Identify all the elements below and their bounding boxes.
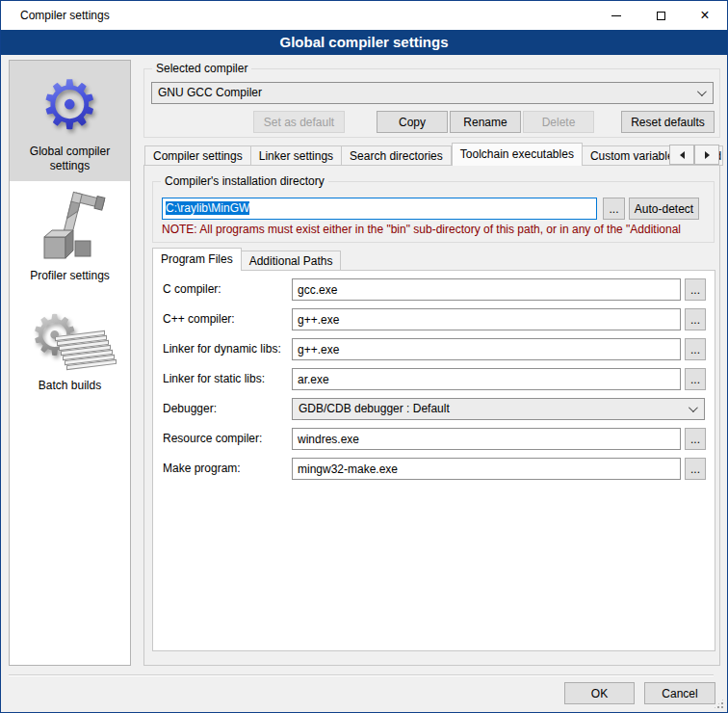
sidebar-item-label: Profiler settings	[12, 269, 128, 283]
window-controls: ×	[594, 1, 727, 30]
page-title: Global compiler settings	[1, 30, 727, 55]
compiler-select-value: GNU GCC Compiler	[158, 86, 262, 99]
caliper-icon	[12, 190, 128, 269]
tab-search-directories[interactable]: Search directories	[342, 145, 452, 166]
sidebar-item-batch-builds[interactable]: ⚙ Batch builds	[10, 295, 130, 401]
dynamic-linker-input[interactable]	[292, 338, 681, 360]
cancel-button[interactable]: Cancel	[644, 682, 715, 704]
tab-scroll-right-icon	[705, 151, 710, 159]
field-label: Linker for dynamic libs:	[163, 338, 281, 360]
reset-defaults-button[interactable]: Reset defaults	[621, 111, 715, 133]
browse-resource-compiler-button[interactable]: ...	[685, 428, 706, 450]
maximize-button[interactable]	[638, 1, 683, 30]
minimize-icon	[611, 15, 621, 16]
set-as-default-button[interactable]: Set as default	[253, 111, 345, 133]
tab-program-files[interactable]: Program Files	[152, 248, 242, 271]
resource-compiler-row: Resource compiler: ...	[153, 428, 716, 450]
make-program-input[interactable]	[292, 458, 681, 480]
program-files-tab-strip: Program Files Additional Paths	[152, 248, 341, 271]
field-label: C compiler:	[163, 278, 221, 301]
tab-linker-settings[interactable]: Linker settings	[251, 145, 342, 166]
cpp-compiler-input[interactable]	[292, 308, 681, 330]
make-program-row: Make program: ...	[153, 458, 716, 480]
window-title: Compiler settings	[20, 1, 110, 30]
selected-path-text: C:\raylib\MinGW	[166, 201, 249, 215]
tab-compiler-settings[interactable]: Compiler settings	[144, 145, 251, 166]
static-linker-row: Linker for static libs: ...	[153, 368, 716, 390]
sidebar-item-label: Batch builds	[12, 379, 128, 393]
close-icon: ×	[700, 8, 709, 23]
close-button[interactable]: ×	[683, 1, 727, 30]
field-label: C++ compiler:	[163, 308, 235, 330]
field-label: Linker for static libs:	[163, 368, 265, 390]
bin-subdirectory-note: NOTE: All programs must exist either in …	[162, 223, 715, 236]
rename-button[interactable]: Rename	[450, 111, 521, 133]
sidebar-item-profiler-settings[interactable]: Profiler settings	[10, 185, 130, 291]
tab-toolchain-executables[interactable]: Toolchain executables	[452, 143, 583, 166]
cpp-compiler-row: C++ compiler: ...	[153, 308, 716, 330]
field-label: Debugger:	[163, 398, 217, 420]
dropdown-chevron-icon	[689, 403, 698, 412]
footer-divider	[9, 674, 714, 676]
auto-detect-button[interactable]: Auto-detect	[629, 198, 699, 220]
browse-make-program-button[interactable]: ...	[685, 458, 706, 480]
compiler-settings-dialog: Compiler settings × Global compiler sett…	[0, 0, 728, 713]
sidebar-item-label: Global compiler settings	[12, 145, 128, 173]
gear-icon: ⚙	[12, 66, 128, 145]
title-bar[interactable]: Compiler settings ×	[1, 1, 727, 30]
field-label: Make program:	[163, 458, 241, 480]
debugger-select-value: GDB/CDB debugger : Default	[299, 402, 450, 415]
dialog-body: ⚙ Global compiler settings	[1, 55, 727, 712]
browse-c-compiler-button[interactable]: ...	[685, 278, 706, 301]
maximize-icon	[657, 12, 665, 20]
minimize-button[interactable]	[594, 1, 638, 30]
tab-scroll-left-button[interactable]	[669, 145, 694, 165]
debugger-row: Debugger: GDB/CDB debugger : Default	[153, 398, 716, 420]
group-legend: Selected compiler	[152, 62, 251, 76]
settings-tab-strip: Compiler settings Linker settings Search…	[144, 143, 723, 166]
dropdown-chevron-icon	[697, 87, 707, 96]
debugger-select[interactable]: GDB/CDB debugger : Default	[292, 398, 705, 420]
c-compiler-input[interactable]	[292, 278, 681, 301]
tab-scroll-left-icon	[680, 151, 685, 159]
installation-directory-input[interactable]: C:\raylib\MinGW	[162, 198, 597, 220]
browse-directory-button[interactable]: ...	[603, 198, 625, 220]
field-label: Resource compiler:	[163, 428, 262, 450]
compiler-select[interactable]: GNU GCC Compiler	[151, 82, 714, 104]
static-linker-input[interactable]	[292, 368, 681, 390]
batch-builds-icon: ⚙	[12, 300, 128, 379]
ok-button[interactable]: OK	[564, 682, 635, 704]
c-compiler-row: C compiler: ...	[153, 278, 716, 301]
program-files-page: C compiler: ... C++ compiler: ... Linker…	[152, 270, 715, 651]
tab-scroll-right-button[interactable]	[694, 145, 719, 165]
main-content: Selected compiler GNU GCC Compiler Set a…	[143, 55, 721, 713]
copy-button[interactable]: Copy	[377, 111, 448, 133]
delete-button[interactable]: Delete	[523, 111, 594, 133]
resource-compiler-input[interactable]	[292, 428, 681, 450]
toolchain-executables-page: Compiler's installation directory C:\ray…	[143, 165, 720, 666]
browse-dynamic-linker-button[interactable]: ...	[685, 338, 706, 360]
group-legend: Compiler's installation directory	[161, 174, 328, 189]
browse-cpp-compiler-button[interactable]: ...	[685, 308, 706, 330]
browse-static-linker-button[interactable]: ...	[685, 368, 706, 390]
dynamic-linker-row: Linker for dynamic libs: ...	[153, 338, 716, 360]
settings-category-list: ⚙ Global compiler settings	[9, 60, 131, 666]
tab-additional-paths[interactable]: Additional Paths	[242, 251, 342, 271]
sidebar-item-global-compiler-settings[interactable]: ⚙ Global compiler settings	[10, 61, 130, 181]
